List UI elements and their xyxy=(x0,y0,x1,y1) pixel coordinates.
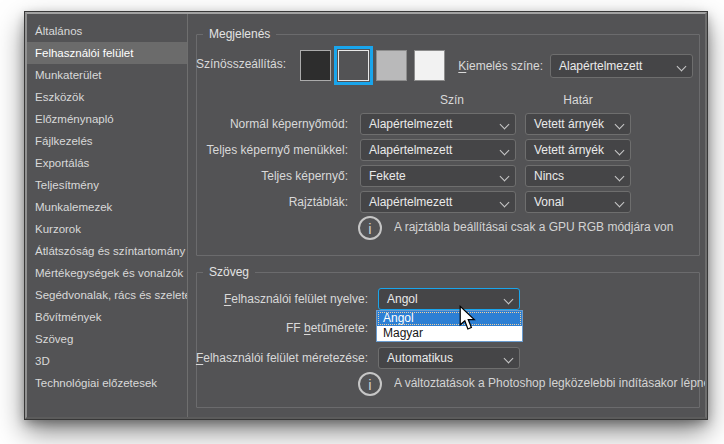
color-theme-swatch-darkest[interactable] xyxy=(300,50,331,81)
selected-value: Alapértelmezett xyxy=(369,143,452,157)
ui-scaling-label: Felhasználói felület méretezése: xyxy=(127,351,368,365)
info-icon: i xyxy=(358,372,382,396)
artboards-border-select[interactable]: Vonal xyxy=(525,191,631,213)
color-theme-swatch-dark[interactable] xyxy=(338,50,369,81)
chevron-down-icon xyxy=(677,63,685,71)
artboards-label: Rajztáblák: xyxy=(107,195,348,209)
sidebar-item-munkaterulet[interactable]: Munkaterület xyxy=(27,64,187,86)
highlight-color-value: Alapértelmezett xyxy=(559,59,642,73)
ui-font-size-label: FF betűmérete: xyxy=(127,321,368,335)
fullscreen-menus-label: Teljes képernyő menükkel: xyxy=(107,143,348,157)
text-group-title: Szöveg xyxy=(203,265,255,279)
dropdown-option-magyar[interactable]: Magyar xyxy=(377,326,522,341)
mouse-cursor-icon xyxy=(459,305,476,332)
selected-value: Vonal xyxy=(534,195,564,209)
sidebar-item-mertekegysegek[interactable]: Mértékegységek és vonalzók xyxy=(27,262,187,284)
ui-language-label: Felhasználói felület nyelve: xyxy=(127,292,368,306)
selected-value: Vetett árnyék xyxy=(534,143,604,157)
ui-language-value: Angol xyxy=(387,292,418,306)
sidebar-item-eszkozok[interactable]: Eszközök xyxy=(27,86,187,108)
artboard-info-text: A rajztábla beállításai csak a GPU RGB m… xyxy=(394,220,707,234)
highlight-color-select[interactable]: Alapértelmezett xyxy=(550,54,693,78)
screen-mode-normal-color-select[interactable]: Alapértelmezett xyxy=(360,113,516,135)
ui-language-dropdown-list: Angol Magyar xyxy=(376,310,523,342)
ui-scaling-value: Automatikus xyxy=(387,351,453,365)
fullscreen-menus-color-select[interactable]: Alapértelmezett xyxy=(360,139,516,161)
chevron-down-icon xyxy=(615,121,623,129)
appearance-group-title: Megjelenés xyxy=(203,27,276,41)
screen-mode-normal-border-select[interactable]: Vetett árnyék xyxy=(525,113,631,135)
sidebar-item-atlatszosag[interactable]: Átlátszóság és színtartomány xyxy=(27,240,187,262)
sidebar-item-altalanos[interactable]: Általános xyxy=(27,20,187,42)
ui-language-select[interactable]: Angol xyxy=(378,288,520,310)
highlight-color-label: Kiemelés színe: xyxy=(403,59,543,73)
chevron-down-icon xyxy=(615,173,623,181)
screen-mode-normal-label: Normál képernyőmód: xyxy=(107,117,348,131)
sidebar-item-technologiai[interactable]: Technológiai előzetesek xyxy=(27,372,187,394)
artboards-color-select[interactable]: Alapértelmezett xyxy=(360,191,516,213)
fullscreen-border-select[interactable]: Nincs xyxy=(525,165,631,187)
ui-scaling-select[interactable]: Automatikus xyxy=(378,347,520,369)
selected-value: Fekete xyxy=(369,169,406,183)
sidebar-item-kurzorok[interactable]: Kurzorok xyxy=(27,218,187,240)
chevron-down-icon xyxy=(615,199,623,207)
chevron-down-icon xyxy=(500,199,508,207)
selected-value: Nincs xyxy=(534,169,564,183)
chevron-down-icon xyxy=(500,147,508,155)
fullscreen-label: Teljes képernyő: xyxy=(107,169,348,183)
chevron-down-icon xyxy=(615,147,623,155)
fullscreen-menus-border-select[interactable]: Vetett árnyék xyxy=(525,139,631,161)
selected-value: Alapértelmezett xyxy=(369,117,452,131)
sidebar-item-felhasznaloi-felulet[interactable]: Felhasználói felület xyxy=(27,42,187,64)
column-header-color: Szín xyxy=(392,93,512,107)
selected-value: Alapértelmezett xyxy=(369,195,452,209)
selected-value: Vetett árnyék xyxy=(534,117,604,131)
color-scheme-label: Színösszeállítás: xyxy=(196,57,286,71)
fullscreen-color-select[interactable]: Fekete xyxy=(360,165,516,187)
preferences-dialog: Általános Felhasználói felület Munkaterü… xyxy=(25,12,707,419)
chevron-down-icon xyxy=(500,173,508,181)
chevron-down-icon xyxy=(504,355,512,363)
info-icon: i xyxy=(358,216,382,240)
dropdown-option-angol[interactable]: Angol xyxy=(377,311,522,326)
restart-info-text: A változtatások a Photoshop legközelebbi… xyxy=(394,376,707,390)
chevron-down-icon xyxy=(500,121,508,129)
chevron-down-icon xyxy=(504,296,512,304)
column-header-border: Határ xyxy=(525,93,631,107)
